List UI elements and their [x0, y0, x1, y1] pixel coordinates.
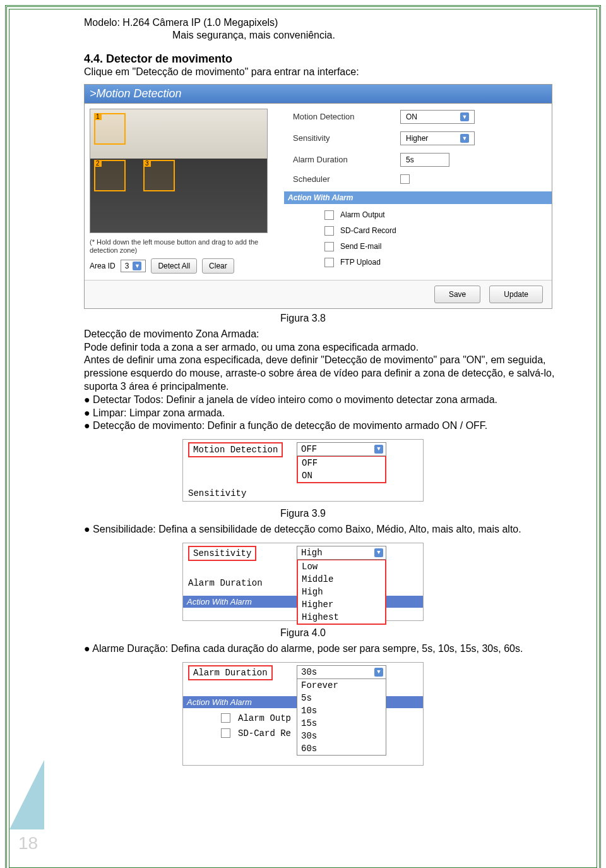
motion-off-select[interactable]: OFF ▼ — [297, 442, 386, 456]
motion-off-value: OFF — [301, 444, 317, 454]
alarm-duration-label: Alarm Duration — [293, 155, 400, 164]
area-id-value: 3 — [125, 262, 129, 270]
chevron-down-icon: ▼ — [133, 262, 141, 270]
list-item[interactable]: ON — [298, 469, 385, 482]
figure-caption-40: Figura 4.0 — [21, 627, 585, 639]
scheduler-checkbox[interactable] — [400, 174, 410, 184]
alarm-options-list[interactable]: Forever 5s 10s 15s 30s 60s — [297, 678, 386, 756]
chevron-down-icon: ▼ — [460, 134, 469, 143]
zona-line2: Antes de definir uma zona especificada, … — [84, 354, 573, 393]
list-item[interactable]: 10s — [297, 704, 386, 717]
sensitivity-value: Higher — [406, 134, 428, 143]
sensitivity-label-2: Sensitivity — [188, 488, 289, 498]
save-button[interactable]: Save — [434, 286, 480, 303]
header-tagline: Mais segurança, mais conveniência. — [172, 30, 585, 41]
alarm-duration-select[interactable]: 5s — [400, 153, 449, 167]
ftp-upload-label: FTP Upload — [340, 258, 381, 267]
list-item[interactable]: Higher — [298, 598, 385, 611]
motion-detection-label: Motion Detection — [293, 112, 400, 121]
action-with-alarm-header: Action With Alarm — [284, 191, 552, 204]
detect-all-button[interactable]: Detect All — [151, 258, 197, 274]
header-model: Modelo: H.264 Câmera IP (1.0 Megapixels) — [84, 17, 585, 28]
section-intro: Clique em "Detecção de movimento" para e… — [84, 66, 573, 79]
motion-detection-select[interactable]: ON ▼ — [400, 110, 475, 124]
list-item[interactable]: 5s — [297, 692, 386, 704]
chevron-down-icon: ▼ — [374, 668, 383, 677]
panel-title: >Motion Detection — [85, 85, 552, 104]
screenshot-alarm-duration: Alarm Duration 30s ▼ Forever 5s 10s 15s … — [182, 662, 424, 766]
ftp-upload-checkbox[interactable] — [324, 258, 334, 267]
screenshot-sensitivity: Sensitivity High ▼ Low Middle High Highe… — [182, 543, 424, 621]
list-item[interactable]: Middle — [298, 573, 385, 586]
zone-label-3: 3 — [143, 160, 151, 167]
alarm-duration-label-hl: Alarm Duration — [188, 665, 273, 680]
list-item[interactable]: Highest — [298, 611, 385, 624]
chevron-down-icon: ▼ — [374, 445, 383, 454]
bullet-5: ● Alarme Duração: Defina cada duração do… — [84, 642, 573, 656]
list-item[interactable]: High — [298, 586, 385, 598]
scheduler-label: Scheduler — [293, 174, 400, 184]
alarm-duration-label-3: Alarm Duration — [188, 578, 289, 588]
zone-label-2: 2 — [94, 160, 102, 167]
chevron-down-icon: ▼ — [374, 548, 383, 557]
alarm-duration-30s-value: 30s — [301, 667, 317, 677]
camera-preview[interactable]: 1 2 3 — [90, 109, 268, 233]
sdcard-checkbox-4[interactable] — [221, 728, 230, 738]
motion-options-list[interactable]: OFF ON — [297, 455, 386, 483]
page-decoration — [9, 760, 44, 829]
figure-caption-38: Figura 3.8 — [21, 313, 585, 324]
motion-detection-value: ON — [406, 112, 417, 121]
bullet-2: ● Limpar: Limpar zona armada. — [84, 407, 573, 420]
list-item[interactable]: Forever — [297, 679, 386, 692]
alarm-duration-30s-select[interactable]: 30s ▼ — [297, 665, 386, 679]
list-item[interactable]: 15s — [297, 717, 386, 730]
hold-note: (* Hold down the left mouse button and d… — [90, 238, 279, 255]
sdcard-label-4: SD-Card Re — [238, 728, 291, 738]
alarm-out-checkbox[interactable] — [221, 713, 230, 723]
zona-line1: Pode definir toda a zona a ser armado, o… — [84, 341, 573, 354]
bullet-4: ● Sensibilidade: Defina a sensibilidade … — [84, 523, 573, 536]
list-item[interactable]: 60s — [297, 742, 386, 755]
list-item[interactable]: OFF — [298, 457, 385, 469]
sensitivity-select[interactable]: Higher ▼ — [400, 131, 475, 145]
figure-caption-39: Figura 3.9 — [21, 508, 585, 519]
section-title: 4.4. Detector de movimento — [84, 52, 585, 66]
alarm-output-checkbox[interactable] — [324, 210, 334, 220]
screenshot-motion-off: Motion Detection OFF ▼ OFF ON Sensitivit… — [182, 439, 424, 502]
sdcard-record-label: SD-Card Record — [340, 226, 396, 235]
bullet-1: ● Detectar Todos: Definir a janela de ví… — [84, 394, 573, 407]
area-id-select[interactable]: 3 ▼ — [121, 260, 146, 272]
motion-label-hl: Motion Detection — [188, 442, 283, 457]
alarm-out-label: Alarm Outp — [238, 713, 291, 723]
alarm-duration-value: 5s — [406, 155, 414, 164]
sdcard-record-checkbox[interactable] — [324, 226, 334, 236]
sensitivity-high-value: High — [301, 548, 323, 558]
zone-label-1: 1 — [94, 113, 102, 120]
bullet-3: ● Detecção de movimento: Definir a funçã… — [84, 419, 573, 433]
sensitivity-label-hl: Sensitivity — [188, 546, 256, 561]
list-item[interactable]: Low — [298, 560, 385, 573]
send-email-checkbox[interactable] — [324, 242, 334, 251]
page-number: 18 — [18, 833, 38, 853]
alarm-output-label: Alarm Output — [340, 210, 385, 219]
sensitivity-label: Sensitivity — [293, 133, 400, 143]
chevron-down-icon: ▼ — [460, 112, 469, 121]
send-email-label: Send E-mail — [340, 242, 381, 251]
sensitivity-high-select[interactable]: High ▼ — [297, 546, 386, 560]
sensitivity-options-list[interactable]: Low Middle High Higher Highest — [297, 559, 386, 625]
area-id-label: Area ID — [90, 262, 116, 270]
list-item[interactable]: 30s — [297, 730, 386, 742]
clear-button[interactable]: Clear — [202, 258, 234, 274]
update-button[interactable]: Update — [489, 286, 543, 303]
screenshot-motion-detection: >Motion Detection 1 2 3 (* Hold down the… — [84, 84, 552, 309]
zona-title: Detecção de movimento Zona Armada: — [84, 328, 573, 341]
